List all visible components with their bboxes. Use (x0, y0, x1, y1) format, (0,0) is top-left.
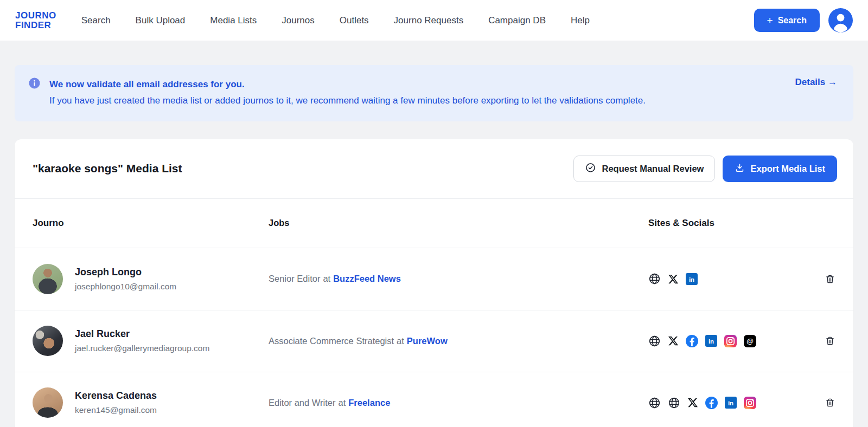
journo-name: Jael Rucker (75, 328, 209, 340)
outlet-link[interactable]: BuzzFeed News (333, 274, 401, 284)
nav-item-journo-requests[interactable]: Journo Requests (394, 15, 464, 26)
column-header-journo: Journo (33, 218, 269, 229)
nav-links: Search Bulk Upload Media Lists Journos O… (81, 15, 743, 26)
column-header-socials: Sites & Socials (648, 218, 819, 229)
user-avatar-button[interactable] (828, 8, 853, 33)
search-button[interactable]: + Search (754, 9, 820, 32)
journo-email: jael.rucker@gallerymediagroup.com (75, 344, 209, 353)
request-manual-review-button[interactable]: Request Manual Review (573, 156, 715, 182)
threads-icon[interactable]: @ (744, 335, 756, 347)
banner-body: If you have just created the media list … (49, 93, 782, 109)
facebook-icon[interactable] (705, 397, 718, 409)
journo-identity: Joseph Longo josephlongo10@gmail.com (75, 267, 176, 292)
download-icon (735, 163, 745, 175)
job-connector: at (323, 274, 330, 284)
job-title: Editor and Writer (269, 398, 336, 408)
socials: in (648, 397, 819, 409)
trash-icon[interactable] (825, 274, 835, 284)
avatar (33, 264, 63, 294)
nav-item-bulk-upload[interactable]: Bulk Upload (136, 15, 186, 26)
arrow-right-icon: → (828, 77, 837, 87)
search-button-label: Search (778, 16, 807, 25)
svg-text:in: in (709, 338, 714, 345)
svg-text:in: in (728, 400, 733, 406)
linkedin-icon[interactable]: in (705, 335, 717, 347)
nav-item-outlets[interactable]: Outlets (340, 15, 369, 26)
svg-text:in: in (689, 276, 694, 282)
socials: in @ (648, 335, 819, 347)
card-header: "karaoke songs" Media List Request Manua… (15, 139, 853, 199)
job-connector: at (339, 398, 346, 408)
job-title: Senior Editor (269, 274, 320, 284)
column-header-jobs: Jobs (269, 218, 648, 228)
linkedin-icon[interactable]: in (686, 273, 698, 285)
validation-banner: We now validate all email addresses for … (15, 65, 853, 121)
instagram-icon[interactable] (744, 397, 756, 409)
banner-text: We now validate all email addresses for … (49, 76, 782, 109)
export-button-label: Export Media List (750, 164, 825, 174)
journo-identity: Jael Rucker jael.rucker@gallerymediagrou… (75, 328, 209, 353)
banner-title: We now validate all email addresses for … (49, 76, 782, 93)
brand-line1: JOURNO (15, 11, 56, 21)
nav-item-search[interactable]: Search (81, 15, 111, 26)
outlet-link[interactable]: PureWow (407, 336, 448, 346)
brand-logo[interactable]: JOURNO FINDER (15, 11, 56, 30)
website-icon[interactable] (648, 273, 661, 285)
website-icon[interactable] (648, 335, 661, 347)
journo-email: keren145@gmail.com (75, 405, 157, 415)
table-body: Joseph Longo josephlongo10@gmail.com Sen… (15, 248, 853, 427)
job-cell: Associate Commerce Strategist at PureWow (269, 336, 648, 346)
avatar (33, 326, 63, 356)
journo-email: josephlongo10@gmail.com (75, 282, 176, 292)
website-icon[interactable] (648, 397, 661, 409)
journo-name: Joseph Longo (75, 267, 176, 278)
table-row: Joseph Longo josephlongo10@gmail.com Sen… (15, 248, 853, 310)
journo-cell: Kerensa Cadenas keren145@gmail.com (33, 387, 269, 418)
trash-icon[interactable] (825, 397, 835, 408)
avatar (33, 387, 63, 418)
media-list-card: "karaoke songs" Media List Request Manua… (15, 139, 853, 427)
job-cell: Editor and Writer at Freelance (269, 398, 648, 408)
job-title: Associate Commerce Strategist (269, 336, 394, 346)
linkedin-icon[interactable]: in (725, 397, 737, 409)
table-row: Jael Rucker jael.rucker@gallerymediagrou… (15, 310, 853, 372)
x-icon[interactable] (668, 274, 679, 284)
job-cell: Senior Editor at BuzzFeed News (269, 274, 648, 284)
facebook-icon[interactable] (686, 335, 698, 347)
info-icon (28, 77, 41, 92)
person-icon (828, 8, 853, 33)
table-row: Kerensa Cadenas keren145@gmail.com Edito… (15, 372, 853, 427)
brand-line2: FINDER (15, 21, 56, 30)
journo-cell: Jael Rucker jael.rucker@gallerymediagrou… (33, 326, 269, 356)
review-button-label: Request Manual Review (602, 164, 704, 174)
row-actions (819, 335, 835, 346)
website-icon[interactable] (668, 397, 680, 409)
nav-item-journos[interactable]: Journos (282, 15, 314, 26)
row-actions (819, 397, 835, 408)
details-link[interactable]: Details → (795, 77, 837, 88)
x-icon[interactable] (687, 397, 698, 408)
plus-icon: + (767, 15, 773, 25)
page-title: "karaoke songs" Media List (33, 162, 182, 175)
badge-check-icon (585, 162, 596, 176)
table-header-row: Journo Jobs Sites & Socials (15, 199, 853, 248)
outlet-link[interactable]: Freelance (348, 398, 390, 408)
trash-icon[interactable] (825, 335, 835, 346)
top-nav: JOURNO FINDER Search Bulk Upload Media L… (0, 0, 868, 41)
journo-name: Kerensa Cadenas (75, 390, 157, 402)
instagram-icon[interactable] (724, 335, 737, 347)
svg-text:@: @ (746, 337, 754, 345)
job-connector: at (397, 336, 404, 346)
journo-cell: Joseph Longo josephlongo10@gmail.com (33, 264, 269, 294)
header-actions: Request Manual Review Export Media List (573, 156, 837, 182)
nav-item-media-lists[interactable]: Media Lists (210, 15, 257, 26)
row-actions (819, 274, 835, 284)
nav-item-campaign-db[interactable]: Campaign DB (488, 15, 546, 26)
socials: in (648, 273, 819, 285)
export-media-list-button[interactable]: Export Media List (723, 156, 837, 182)
x-icon[interactable] (668, 335, 679, 346)
journo-identity: Kerensa Cadenas keren145@gmail.com (75, 390, 157, 415)
nav-item-help[interactable]: Help (571, 15, 590, 26)
